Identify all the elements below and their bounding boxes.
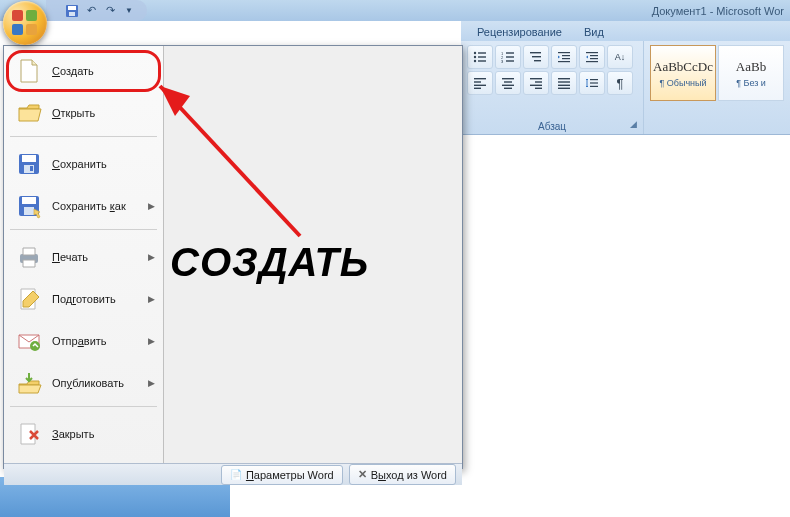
svg-rect-53 bbox=[24, 207, 34, 215]
menu-item-prepare[interactable]: Подготовить ▶ bbox=[8, 280, 159, 318]
office-logo-icon bbox=[12, 10, 38, 36]
decrease-indent-button[interactable] bbox=[551, 45, 577, 69]
button-label: Параметры Word bbox=[246, 469, 334, 481]
annotation-text: СОЗДАТЬ bbox=[170, 240, 369, 285]
svg-point-7 bbox=[474, 60, 476, 62]
submenu-arrow-icon: ▶ bbox=[148, 201, 155, 211]
svg-marker-27 bbox=[586, 56, 588, 59]
menu-label: Закрыть bbox=[52, 428, 94, 440]
show-marks-button[interactable]: ¶ bbox=[607, 71, 633, 95]
menu-item-create[interactable]: Создать bbox=[8, 52, 159, 90]
save-icon bbox=[14, 151, 44, 177]
align-right-button[interactable] bbox=[523, 71, 549, 95]
svg-rect-33 bbox=[504, 81, 512, 82]
svg-rect-20 bbox=[562, 58, 570, 59]
ribbon-group-styles: AaBbCcDc ¶ Обычный AaBb ¶ Без и bbox=[644, 41, 790, 134]
ribbon-tabs: Рецензирование Вид bbox=[461, 21, 790, 41]
svg-rect-21 bbox=[558, 61, 570, 62]
menu-label: Сохранить bbox=[52, 158, 107, 170]
svg-rect-52 bbox=[22, 197, 36, 204]
menu-label: Подготовить bbox=[52, 293, 116, 305]
style-preview: AaBb bbox=[736, 59, 766, 75]
justify-button[interactable] bbox=[551, 71, 577, 95]
style-preview: AaBbCcDc bbox=[653, 59, 713, 75]
svg-rect-46 bbox=[590, 86, 598, 87]
svg-rect-1 bbox=[68, 6, 76, 10]
menu-item-send[interactable]: Отправить ▶ bbox=[8, 322, 159, 360]
qat-save-button[interactable] bbox=[64, 3, 80, 19]
menu-item-open[interactable]: Открыть bbox=[8, 94, 159, 132]
print-icon bbox=[14, 244, 44, 270]
svg-rect-50 bbox=[30, 166, 33, 171]
svg-point-5 bbox=[474, 56, 476, 58]
style-name: ¶ Обычный bbox=[659, 78, 706, 88]
paragraph-dialog-launcher-icon[interactable]: ◢ bbox=[627, 119, 639, 131]
multilevel-list-button[interactable] bbox=[523, 45, 549, 69]
submenu-arrow-icon: ▶ bbox=[148, 336, 155, 346]
svg-rect-12 bbox=[506, 56, 514, 57]
increase-indent-button[interactable] bbox=[579, 45, 605, 69]
menu-separator bbox=[10, 136, 157, 137]
office-menu-left: Создать Открыть Сохранить Сохранить как … bbox=[4, 46, 164, 463]
office-button[interactable] bbox=[3, 1, 47, 45]
close-icon: ✕ bbox=[358, 468, 367, 481]
svg-rect-55 bbox=[23, 248, 35, 255]
menu-item-print[interactable]: Печать ▶ bbox=[8, 238, 159, 276]
svg-rect-32 bbox=[502, 78, 514, 79]
qat-dropdown-icon[interactable]: ▼ bbox=[121, 3, 137, 19]
ribbon: 123 А↓ ¶ Абзац◢ AaBbCcDc ¶ Обычный AaBb … bbox=[461, 41, 790, 135]
svg-rect-36 bbox=[530, 78, 542, 79]
svg-point-59 bbox=[30, 341, 40, 351]
svg-rect-6 bbox=[478, 56, 486, 57]
menu-label: Отправить bbox=[52, 335, 107, 347]
ribbon-group-paragraph: 123 А↓ ¶ Абзац◢ bbox=[461, 41, 644, 134]
document-area[interactable] bbox=[461, 135, 790, 517]
svg-rect-29 bbox=[474, 81, 481, 82]
svg-rect-31 bbox=[474, 88, 481, 89]
svg-rect-45 bbox=[590, 82, 598, 83]
menu-separator bbox=[10, 229, 157, 230]
align-left-button[interactable] bbox=[467, 71, 493, 95]
save-as-icon bbox=[14, 193, 44, 219]
menu-label: Опубликовать bbox=[52, 377, 124, 389]
menu-item-save[interactable]: Сохранить bbox=[8, 145, 159, 183]
exit-word-button[interactable]: ✕ Выход из Word bbox=[349, 464, 456, 485]
new-document-icon bbox=[14, 58, 44, 84]
word-options-button[interactable]: 📄 Параметры Word bbox=[221, 465, 343, 485]
menu-label: Создать bbox=[52, 65, 94, 77]
folder-open-icon bbox=[14, 100, 44, 126]
qat-undo-button[interactable]: ↶ bbox=[83, 3, 99, 19]
svg-rect-25 bbox=[590, 58, 598, 59]
window-title: Документ1 - Microsoft Wor bbox=[652, 5, 784, 17]
numbering-button[interactable]: 123 bbox=[495, 45, 521, 69]
qat-redo-button[interactable]: ↷ bbox=[102, 3, 118, 19]
sort-button[interactable]: А↓ bbox=[607, 45, 633, 69]
options-icon: 📄 bbox=[230, 469, 242, 480]
svg-rect-43 bbox=[558, 88, 570, 89]
svg-rect-2 bbox=[69, 12, 75, 16]
style-normal[interactable]: AaBbCcDc ¶ Обычный bbox=[650, 45, 716, 101]
svg-rect-16 bbox=[532, 56, 541, 57]
style-name: ¶ Без и bbox=[736, 78, 766, 88]
align-center-button[interactable] bbox=[495, 71, 521, 95]
button-label: Выход из Word bbox=[371, 469, 447, 481]
menu-item-publish[interactable]: Опубликовать ▶ bbox=[8, 364, 159, 402]
style-no-spacing[interactable]: AaBb ¶ Без и bbox=[718, 45, 784, 101]
svg-rect-8 bbox=[478, 60, 486, 61]
tab-view[interactable]: Вид bbox=[574, 24, 614, 41]
menu-item-save-as[interactable]: Сохранить как ▶ bbox=[8, 187, 159, 225]
svg-rect-30 bbox=[474, 85, 486, 86]
svg-rect-56 bbox=[23, 260, 35, 267]
svg-rect-4 bbox=[478, 52, 486, 53]
tab-review[interactable]: Рецензирование bbox=[467, 24, 572, 41]
bullets-button[interactable] bbox=[467, 45, 493, 69]
svg-rect-15 bbox=[530, 52, 541, 53]
svg-rect-34 bbox=[502, 85, 514, 86]
quick-access-toolbar: ↶ ↷ ▼ bbox=[46, 0, 147, 21]
line-spacing-button[interactable] bbox=[579, 71, 605, 95]
svg-point-3 bbox=[474, 52, 476, 54]
svg-rect-23 bbox=[586, 52, 598, 53]
svg-rect-19 bbox=[562, 55, 570, 56]
prepare-icon bbox=[14, 286, 44, 312]
menu-item-close[interactable]: Закрыть bbox=[8, 415, 159, 453]
